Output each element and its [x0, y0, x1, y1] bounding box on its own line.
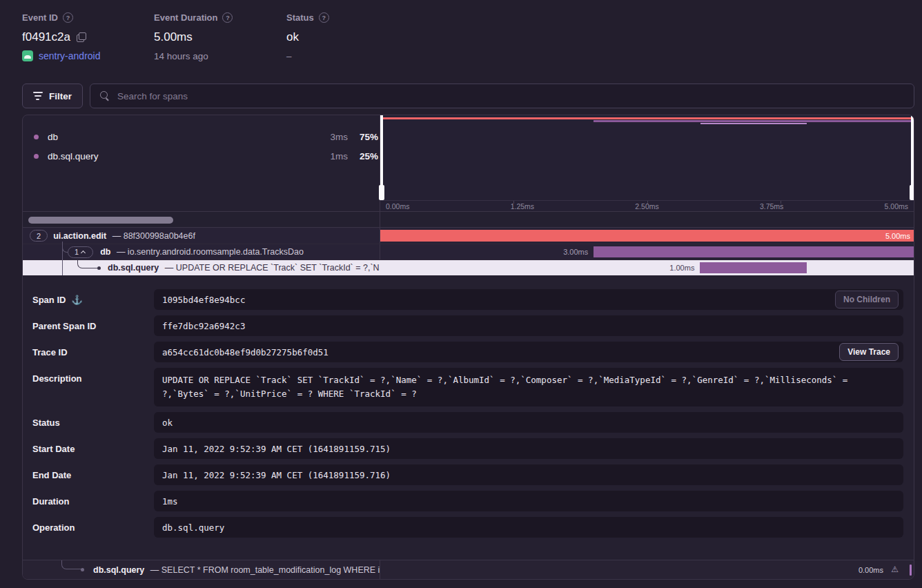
- detail-value-box: 1ms: [154, 491, 903, 511]
- tree-connector-vertical: [62, 242, 63, 275]
- tree-scrollbar-row: [23, 211, 914, 228]
- span-timeline-cell: 5.00ms: [380, 228, 914, 244]
- span-title: db.sql.query — SELECT * FROM room_table_…: [93, 565, 380, 575]
- android-project-icon: [22, 50, 33, 61]
- detail-label: Span ID: [32, 295, 66, 305]
- span-description: — 88f300998a0b4e6f: [112, 231, 195, 241]
- span-name-cell: 1 db — io.sentry.android.roomsample.data…: [23, 244, 380, 259]
- filter-button-label: Filter: [49, 91, 72, 101]
- span-timeline-cell: 1.00ms: [380, 260, 914, 275]
- legend-item-db: db 3ms 75%: [23, 127, 380, 146]
- detail-value: Jan 11, 2022 9:52:39 AM CET (1641891159.…: [162, 444, 391, 454]
- span-duration-label: 3.00ms: [563, 244, 588, 260]
- tree-scrollbar-thumb[interactable]: [28, 217, 173, 224]
- detail-value-box: Jan 11, 2022 9:52:39 AM CET (1641891159.…: [154, 464, 903, 485]
- legend-op-name: db: [48, 132, 316, 142]
- minimap-span-db: [594, 120, 914, 122]
- span-row-ui-action-edit[interactable]: 2 ui.action.edit — 88f300998a0b4e6f 5.00…: [23, 228, 914, 244]
- span-duration-label: 1.00ms: [669, 260, 694, 276]
- detail-value: a654cc61dc0b48ef9d0b27275b6f0d51: [162, 347, 328, 357]
- span-tree: 2 ui.action.edit — 88f300998a0b4e6f 5.00…: [23, 228, 914, 275]
- detail-value: Jan 11, 2022 9:52:39 AM CET (1641891159.…: [162, 470, 391, 480]
- legend-op-name: db.sql.query: [48, 151, 316, 161]
- legend-item-db-sql-query: db.sql.query 1ms 25%: [23, 146, 380, 166]
- span-op: db.sql.query: [108, 263, 159, 273]
- child-count-badge[interactable]: 2: [30, 230, 48, 242]
- detail-value: ffe7dbc92a6942c3: [162, 321, 245, 331]
- project-link[interactable]: sentry-android: [39, 50, 101, 61]
- status-label: Status: [286, 12, 314, 23]
- help-icon[interactable]: [222, 12, 233, 23]
- detail-value: 1ms: [162, 496, 178, 507]
- axis-tick: [647, 201, 648, 204]
- span-search-bar[interactable]: [90, 84, 914, 108]
- span-description: — io.sentry.android.roomsample.data.Trac…: [117, 247, 304, 257]
- child-count-badge[interactable]: 1: [68, 246, 93, 258]
- tree-scrollbar-track[interactable]: [23, 212, 380, 227]
- span-bar: 5.00ms: [380, 230, 914, 242]
- anchor-icon[interactable]: [71, 295, 82, 305]
- event-header: Event ID f0491c2a sentry-android Event D…: [22, 12, 329, 61]
- span-title: db.sql.query — UPDATE OR REPLACE `Track`…: [108, 263, 380, 273]
- detail-row-parent-span-id: Parent Span ID ffe7dbc92a6942c3: [32, 315, 903, 336]
- tree-leaf-dot: [81, 568, 84, 571]
- detail-label: Operation: [32, 522, 75, 533]
- status-column: Status ok –: [286, 12, 329, 61]
- event-duration-value: 5.00ms: [154, 30, 286, 44]
- help-icon[interactable]: [319, 12, 329, 23]
- span-row-db-sql-query-selected[interactable]: db.sql.query — UPDATE OR REPLACE `Track`…: [23, 259, 914, 275]
- span-bar: [594, 246, 914, 257]
- copy-icon[interactable]: [77, 32, 86, 42]
- minimap-right-handle[interactable]: [911, 115, 914, 200]
- time-axis: 0.00ms 1.25ms 2.50ms 3.75ms 5.00ms: [380, 200, 914, 211]
- detail-label: End Date: [32, 470, 71, 480]
- event-id-label-row: Event ID: [22, 12, 154, 23]
- span-name-cell: db.sql.query — UPDATE OR REPLACE `Track`…: [23, 260, 380, 275]
- event-id-label: Event ID: [22, 12, 58, 23]
- span-op: db: [100, 247, 110, 257]
- filter-lines-icon: [33, 92, 43, 100]
- span-op: db.sql.query: [93, 565, 144, 575]
- zero-duration-span-marker: [910, 565, 912, 576]
- event-id-value: f0491c2a: [22, 30, 70, 44]
- detail-value-box: ffe7dbc92a6942c3: [154, 315, 903, 336]
- op-color-dot: [34, 135, 39, 139]
- event-duration-label: Event Duration: [154, 12, 217, 23]
- span-row-db-sql-query-select[interactable]: db.sql.query — SELECT * FROM room_table_…: [23, 560, 914, 579]
- span-timeline-cell: 0.00ms: [380, 560, 914, 579]
- help-icon[interactable]: [63, 12, 73, 23]
- span-timeline-cell: 3.00ms: [380, 244, 914, 259]
- detail-row-duration: Duration 1ms: [32, 491, 903, 511]
- event-duration-column: Event Duration 5.00ms 14 hours ago: [154, 12, 286, 61]
- detail-row-span-id: Span ID 1095bd4ef8e94bcc No Children: [32, 289, 903, 310]
- detail-value-box: 1095bd4ef8e94bcc No Children: [154, 289, 903, 310]
- child-count: 2: [37, 232, 41, 240]
- status-subtext: –: [286, 51, 329, 61]
- search-icon: [100, 91, 110, 101]
- detail-label: Trace ID: [32, 347, 68, 357]
- timeline-minimap[interactable]: 0.00ms 1.25ms 2.50ms 3.75ms 5.00ms: [380, 115, 914, 211]
- search-input[interactable]: [117, 91, 904, 101]
- detail-value: ok: [162, 418, 173, 428]
- detail-value-box: db.sql.query: [154, 517, 903, 538]
- legend-op-duration: 1ms: [316, 151, 348, 161]
- legend-op-duration: 3ms: [316, 132, 348, 142]
- span-detail-panel: Span ID 1095bd4ef8e94bcc No Children Par…: [23, 275, 914, 560]
- span-duration-label: 0.00ms: [859, 560, 883, 580]
- axis-label: 5.00ms: [885, 202, 908, 210]
- scrollbar-row-timeline-spacer: [380, 212, 914, 227]
- span-row-db[interactable]: 1 db — io.sentry.android.roomsample.data…: [23, 244, 914, 259]
- span-op: ui.action.edit: [53, 231, 106, 241]
- span-title: db — io.sentry.android.roomsample.data.T…: [100, 247, 304, 257]
- tree-leaf-dot: [97, 266, 101, 270]
- detail-label: Description: [32, 373, 82, 384]
- chevron-up-icon: [81, 251, 86, 254]
- tree-connector: [62, 244, 68, 253]
- minimap-left-handle[interactable]: [380, 115, 383, 200]
- axis-tick: [513, 201, 514, 204]
- span-bar: [700, 262, 807, 273]
- filter-button[interactable]: Filter: [22, 84, 83, 108]
- detail-label: Parent Span ID: [32, 321, 96, 331]
- detail-value: db.sql.query: [162, 522, 224, 533]
- view-trace-button[interactable]: View Trace: [839, 343, 899, 361]
